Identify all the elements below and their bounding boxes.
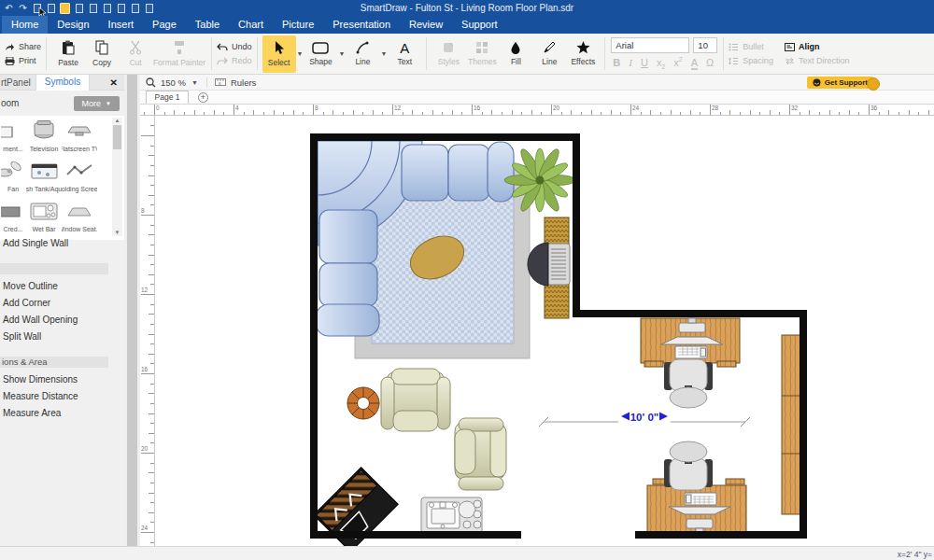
office-chair-lower[interactable] [664,441,713,490]
credenza-icon [1,198,25,226]
styles-button: Styles [432,35,465,73]
floor-plan: 10' 0" [140,116,934,546]
bookcase[interactable] [782,335,801,514]
symbol-folding-screen[interactable]: Folding Screen [62,158,97,198]
menu-picture[interactable]: Picture [273,16,323,34]
select-cursor-icon [274,41,285,55]
font-size-input[interactable] [693,37,717,53]
more-symbols-button[interactable]: More▼ [74,96,120,111]
menu-design[interactable]: Design [48,16,98,34]
copy-button[interactable]: Copy [85,35,119,73]
command-split-wall[interactable]: Split Wall [0,329,108,345]
zoom-level[interactable]: 150 % [161,77,186,88]
themes-icon [475,41,488,54]
menu-chart[interactable]: Chart [229,16,273,34]
rulers-icon: x [215,77,226,87]
symbol-library-header: oom More▼ [0,91,124,116]
support-icon [813,78,821,87]
zoom-dropdown[interactable]: ▼ [191,79,198,86]
add-page-icon[interactable]: + [198,92,208,103]
menu-home[interactable]: Home [2,16,48,34]
command-add-single-wall[interactable]: Add Single Wall [0,235,108,252]
page-tab[interactable]: Page 1 [146,91,189,104]
symbol-wet-bar[interactable]: Wet Bar [26,198,62,238]
zoom-magnifier-icon [146,77,156,88]
share-button[interactable]: Share [5,42,41,51]
dimension-line[interactable]: 10' 0" [539,410,750,427]
menu-presentation[interactable]: Presentation [323,16,400,34]
fish-tank-icon [28,158,60,186]
paste-button[interactable]: Paste [51,35,85,73]
command-move-outline[interactable]: Move Outline [0,278,108,295]
tab-symbols[interactable]: Symbols [35,75,90,91]
command-add-corner[interactable]: Add Corner [0,295,108,312]
rulers-toggle[interactable]: Rulers [231,77,256,88]
star-icon [576,41,590,54]
symbol-television[interactable]: Television [26,118,62,158]
line-dropdown[interactable]: ▼ [380,50,387,57]
symbol-button: Ω [706,57,714,68]
panel-scrollbar[interactable] [127,75,137,546]
armchair-south[interactable] [381,369,450,431]
menu-table[interactable]: Table [186,16,229,34]
entertainment-center-icon [1,118,25,146]
get-support-button[interactable]: Get Support [807,77,873,89]
canvas-controls: 150 % ▼ x Rulers Get Support [140,75,934,91]
line-style-button[interactable]: Line [532,35,566,73]
themes-button: Themes [465,35,499,73]
armchair-west[interactable] [455,418,506,490]
smartpanel: rtPanel Symbols ✕ oom More▼ ment...Telev… [0,75,124,546]
symbol-window-seat[interactable]: Window Seat... [62,198,97,238]
window-title: SmartDraw - Fulton St - Living Room Floo… [0,3,934,13]
select-dropdown[interactable]: ▼ [297,50,304,57]
symbol-flatscreen-tv[interactable]: Flatscreen TV [62,118,97,158]
ceiling-fan-icon [1,158,25,186]
paste-icon [62,40,75,55]
wall-commands-list: Add Single WallMove OutlineAdd CornerAdd… [0,235,108,422]
shape-tool-button[interactable]: Shape [304,35,337,73]
command-measure-area[interactable]: Measure Area [0,405,108,422]
scroll-up-icon[interactable]: ▲ [115,118,120,123]
bullet-button: Bullet [729,42,773,51]
copy-icon [95,40,108,55]
line-icon [356,41,369,54]
select-tool-button[interactable]: Select [262,35,296,73]
symbol-credenza[interactable]: Cred... [0,198,26,238]
menu-review[interactable]: Review [400,16,452,34]
effects-button[interactable]: Effects [566,35,600,73]
wet-bar[interactable] [421,497,482,533]
symbols-scrollbar[interactable]: ▲ ▼ [112,118,122,236]
office-chair-upper[interactable] [664,359,713,408]
wet-bar-icon [28,198,60,226]
tab-smartpanel[interactable]: rtPanel [0,77,35,88]
scroll-down-icon[interactable]: ▼ [115,230,120,236]
text-icon: A [400,42,409,54]
horizontal-ruler: 04812162024283236 [140,105,934,116]
chat-bubble-button[interactable] [867,77,880,91]
print-button[interactable]: Print [5,56,41,65]
symbol-ceiling-fan[interactable]: Fan [0,158,26,198]
section-header [0,263,108,274]
fill-icon [510,41,521,54]
fill-button[interactable]: Fill [499,35,532,73]
font-name-input[interactable] [611,37,689,53]
text-tool-button[interactable]: A Text [388,35,421,73]
folding-screen-icon [64,158,95,186]
align-button[interactable]: Align [785,42,850,51]
menu-insert[interactable]: Insert [99,16,144,34]
undo-button[interactable]: Undo [217,42,252,51]
donut-table[interactable] [347,387,379,419]
shape-dropdown[interactable]: ▼ [338,50,345,57]
line-tool-button[interactable]: Line [346,35,379,73]
symbol-entertainment-center[interactable]: ment... [0,118,26,158]
flatscreen-tv-icon [64,118,95,146]
command-measure-distance[interactable]: Measure Distance [0,388,108,405]
television[interactable] [528,243,570,286]
symbol-fish-tank[interactable]: Fish Tank/Aqu... [26,158,62,198]
command-add-wall-opening[interactable]: Add Wall Opening [0,312,108,329]
menu-support[interactable]: Support [452,16,507,34]
command-show-dimensions[interactable]: Show Dimensions [0,371,108,388]
panel-divider [124,75,140,546]
panel-close-icon[interactable]: ✕ [110,77,124,88]
menu-page[interactable]: Page [143,16,186,34]
